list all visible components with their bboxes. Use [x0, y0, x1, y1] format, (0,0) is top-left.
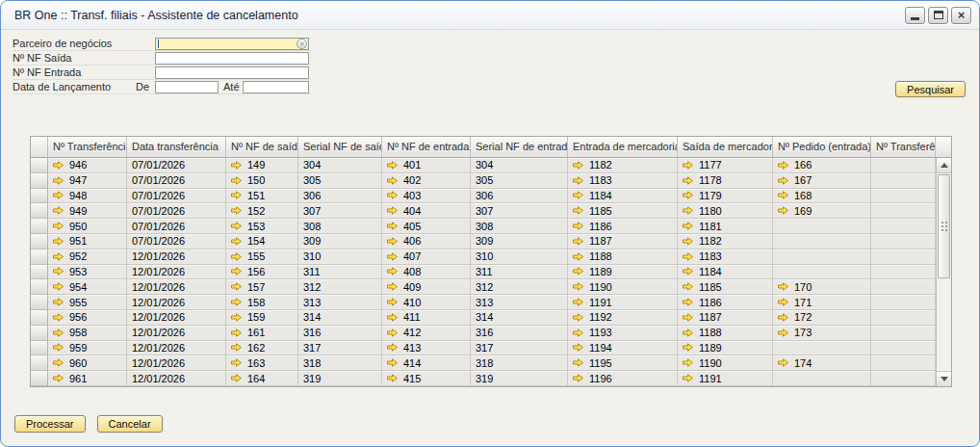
link-arrow-icon[interactable]: [683, 298, 693, 306]
link-arrow-icon[interactable]: [387, 252, 398, 261]
link-arrow-icon[interactable]: [573, 298, 583, 306]
row-selector[interactable]: [31, 203, 48, 219]
link-arrow-icon[interactable]: [53, 374, 64, 382]
link-arrow-icon[interactable]: [573, 343, 583, 352]
link-arrow-icon[interactable]: [53, 267, 64, 276]
column-header-transfer2[interactable]: Nº Transferê...: [871, 137, 936, 158]
link-arrow-icon[interactable]: [231, 176, 242, 185]
column-header-serial_out[interactable]: Serial NF de saída: [298, 137, 382, 158]
link-arrow-icon[interactable]: [778, 282, 788, 291]
link-arrow-icon[interactable]: [387, 313, 398, 322]
link-arrow-icon[interactable]: [387, 222, 398, 230]
scrollbar-thumb[interactable]: [938, 174, 950, 278]
link-arrow-icon[interactable]: [573, 252, 583, 261]
minimize-button[interactable]: [905, 7, 925, 24]
column-header-nf_out[interactable]: Nº NF de saída: [226, 137, 298, 158]
link-arrow-icon[interactable]: [387, 282, 398, 291]
link-arrow-icon[interactable]: [53, 222, 64, 230]
link-arrow-icon[interactable]: [53, 313, 64, 322]
vertical-scrollbar[interactable]: [936, 158, 951, 386]
link-arrow-icon[interactable]: [778, 329, 788, 337]
link-arrow-icon[interactable]: [231, 222, 242, 230]
maximize-button[interactable]: [928, 7, 948, 24]
link-arrow-icon[interactable]: [683, 252, 693, 261]
link-arrow-icon[interactable]: [387, 298, 398, 306]
link-arrow-icon[interactable]: [683, 222, 693, 230]
row-selector[interactable]: [31, 250, 48, 265]
link-arrow-icon[interactable]: [231, 267, 242, 276]
link-arrow-icon[interactable]: [683, 176, 693, 185]
link-arrow-icon[interactable]: [778, 358, 788, 367]
partner-input[interactable]: ≡: [155, 38, 309, 50]
link-arrow-icon[interactable]: [231, 358, 242, 367]
link-arrow-icon[interactable]: [387, 358, 398, 367]
column-header-goods_receipt[interactable]: Entrada de mercadoria: [568, 137, 678, 158]
link-arrow-icon[interactable]: [683, 358, 693, 367]
link-arrow-icon[interactable]: [683, 329, 693, 337]
row-selector[interactable]: [31, 295, 48, 310]
choose-from-list-icon[interactable]: ≡: [297, 39, 307, 49]
link-arrow-icon[interactable]: [53, 343, 64, 352]
process-button[interactable]: Processar: [14, 415, 86, 433]
link-arrow-icon[interactable]: [683, 237, 693, 246]
link-arrow-icon[interactable]: [683, 374, 693, 382]
link-arrow-icon[interactable]: [683, 343, 693, 352]
link-arrow-icon[interactable]: [683, 191, 693, 199]
link-arrow-icon[interactable]: [231, 329, 242, 337]
link-arrow-icon[interactable]: [231, 191, 242, 199]
link-arrow-icon[interactable]: [387, 176, 398, 185]
link-arrow-icon[interactable]: [53, 252, 64, 261]
link-arrow-icon[interactable]: [573, 191, 583, 199]
nf-in-input[interactable]: [155, 66, 309, 79]
link-arrow-icon[interactable]: [231, 298, 242, 306]
date-to-input[interactable]: [243, 81, 309, 93]
link-arrow-icon[interactable]: [683, 267, 693, 276]
scroll-down-button[interactable]: [937, 371, 951, 386]
row-selector[interactable]: [31, 158, 48, 173]
link-arrow-icon[interactable]: [683, 282, 693, 291]
link-arrow-icon[interactable]: [778, 191, 788, 199]
link-arrow-icon[interactable]: [573, 313, 583, 322]
link-arrow-icon[interactable]: [683, 161, 693, 170]
scroll-up-button[interactable]: [937, 158, 951, 173]
row-selector[interactable]: [31, 189, 48, 204]
row-selector[interactable]: [31, 371, 48, 386]
link-arrow-icon[interactable]: [387, 329, 398, 337]
link-arrow-icon[interactable]: [53, 206, 64, 215]
row-selector[interactable]: [31, 326, 48, 341]
link-arrow-icon[interactable]: [573, 329, 583, 337]
link-arrow-icon[interactable]: [573, 282, 583, 291]
link-arrow-icon[interactable]: [683, 206, 693, 215]
row-selector[interactable]: [31, 279, 48, 295]
link-arrow-icon[interactable]: [387, 343, 398, 352]
link-arrow-icon[interactable]: [573, 374, 583, 382]
nf-out-input[interactable]: [155, 52, 309, 65]
column-header-nf_in[interactable]: Nº NF de entrada: [382, 137, 471, 158]
link-arrow-icon[interactable]: [53, 237, 64, 246]
link-arrow-icon[interactable]: [387, 191, 398, 199]
link-arrow-icon[interactable]: [573, 358, 583, 367]
close-button[interactable]: ×: [951, 7, 971, 24]
column-header-transfer_date[interactable]: Data transferência: [127, 137, 226, 158]
row-selector[interactable]: [31, 234, 48, 250]
link-arrow-icon[interactable]: [778, 298, 788, 306]
link-arrow-icon[interactable]: [778, 206, 788, 215]
search-button[interactable]: Pesquisar: [895, 81, 966, 97]
link-arrow-icon[interactable]: [387, 237, 398, 246]
link-arrow-icon[interactable]: [573, 267, 583, 276]
link-arrow-icon[interactable]: [231, 282, 242, 291]
row-selector[interactable]: [31, 219, 48, 234]
link-arrow-icon[interactable]: [778, 161, 788, 170]
column-header-order_in[interactable]: Nº Pedido (entrada): [773, 137, 871, 158]
link-arrow-icon[interactable]: [231, 343, 242, 352]
link-arrow-icon[interactable]: [387, 206, 398, 215]
cancel-button[interactable]: Cancelar: [97, 415, 163, 433]
link-arrow-icon[interactable]: [231, 237, 242, 246]
link-arrow-icon[interactable]: [778, 313, 788, 322]
link-arrow-icon[interactable]: [573, 206, 583, 215]
link-arrow-icon[interactable]: [53, 329, 64, 337]
date-from-input[interactable]: [155, 81, 219, 93]
link-arrow-icon[interactable]: [53, 191, 64, 199]
row-selector[interactable]: [31, 341, 48, 356]
link-arrow-icon[interactable]: [53, 358, 64, 367]
